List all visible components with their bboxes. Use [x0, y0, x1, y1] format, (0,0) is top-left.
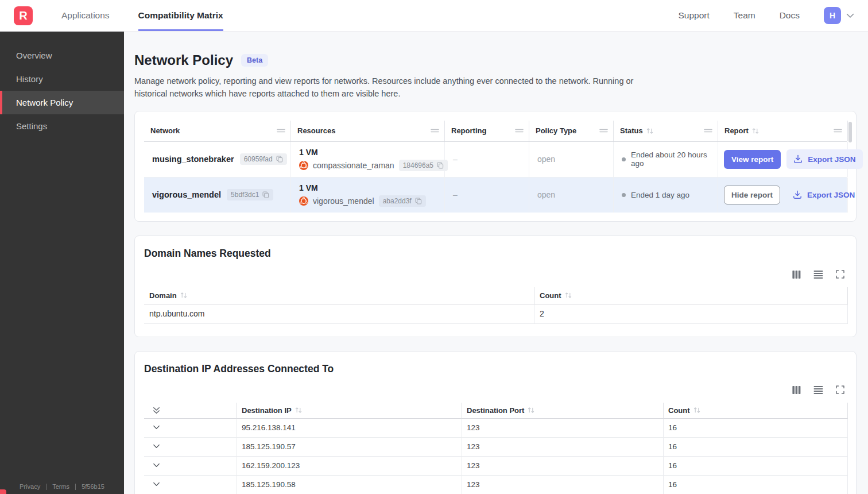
- column-header-reporting[interactable]: Reporting: [445, 121, 529, 141]
- column-drag-handle-icon[interactable]: [431, 129, 439, 133]
- status-cell: Ended about 20 hours ago: [614, 142, 718, 177]
- resource-id-badge[interactable]: 184696a5: [399, 160, 448, 171]
- reporting-value: –: [453, 190, 458, 199]
- version-label: 5f56b15: [82, 483, 104, 490]
- column-header-status[interactable]: Status: [614, 121, 718, 141]
- sidebar-item-overview[interactable]: Overview: [0, 44, 124, 67]
- columns-layout-icon[interactable]: [792, 385, 801, 395]
- expand-row-cell[interactable]: [144, 419, 237, 438]
- destination-port: 123: [462, 476, 664, 494]
- status-text: Ended 1 day ago: [631, 191, 689, 199]
- export-json-button[interactable]: Export JSON: [786, 149, 862, 169]
- divider: [75, 484, 76, 490]
- terms-link[interactable]: Terms: [52, 483, 69, 490]
- network-name: musing_stonebraker: [152, 155, 234, 164]
- view-report-button[interactable]: View report: [724, 150, 781, 169]
- column-header-report[interactable]: Report: [718, 121, 848, 141]
- download-icon: [793, 190, 802, 199]
- destination-ip: 185.125.190.57: [237, 438, 462, 457]
- expand-row-cell[interactable]: [144, 476, 237, 494]
- count-value: 16: [664, 419, 848, 438]
- bottom-left-accent: [0, 489, 6, 494]
- destination-row[interactable]: 185.125.190.57 123 16: [144, 438, 847, 457]
- domains-table: Domain Count ntp.ubuntu.com 2: [144, 287, 847, 324]
- column-drag-handle-icon[interactable]: [704, 129, 712, 133]
- copy-icon[interactable]: [276, 156, 283, 163]
- sort-icon[interactable]: [528, 407, 534, 414]
- column-drag-handle-icon[interactable]: [599, 129, 608, 133]
- column-header-destination-ip[interactable]: Destination IP: [237, 403, 462, 419]
- page-title: Network Policy: [134, 52, 233, 68]
- expand-row-cell[interactable]: [144, 457, 237, 476]
- hide-report-button[interactable]: Hide report: [724, 186, 780, 204]
- sidebar-item-settings[interactable]: Settings: [0, 114, 124, 138]
- destinations-card: Destination IP Addresses Connected To De…: [134, 351, 857, 494]
- column-drag-handle-icon[interactable]: [515, 129, 524, 133]
- destination-row[interactable]: 185.125.190.58 123 16: [144, 476, 847, 494]
- report-cell: View report Export JSON: [718, 142, 848, 177]
- avatar[interactable]: H: [824, 7, 841, 24]
- tab-compatibility-matrix[interactable]: Compatibility Matrix: [138, 0, 223, 31]
- column-header-policy-type[interactable]: Policy Type: [529, 121, 614, 141]
- destination-ip: 162.159.200.123: [237, 457, 462, 476]
- expand-all-header[interactable]: [144, 403, 237, 419]
- table-scrollbar[interactable]: [848, 122, 852, 142]
- destinations-table: Destination IP Destination Port Count 95…: [144, 403, 847, 494]
- fullscreen-icon[interactable]: [836, 270, 844, 279]
- column-header-network[interactable]: Network: [144, 121, 291, 141]
- copy-icon[interactable]: [437, 162, 444, 169]
- destination-row[interactable]: 162.159.200.123 123 16: [144, 457, 847, 476]
- domains-card-title: Domain Names Requested: [144, 248, 847, 260]
- user-menu[interactable]: H: [824, 7, 854, 24]
- domain-value: ntp.ubuntu.com: [144, 304, 534, 324]
- sort-icon[interactable]: [646, 128, 653, 134]
- sort-icon[interactable]: [295, 407, 302, 414]
- link-docs[interactable]: Docs: [780, 10, 800, 21]
- column-header-count[interactable]: Count: [534, 287, 848, 304]
- vm-count: 1 VM: [299, 148, 318, 157]
- link-team[interactable]: Team: [734, 10, 755, 21]
- network-id-badge[interactable]: 5bdf3dc1: [227, 189, 273, 200]
- network-row[interactable]: vigorous_mendel 5bdf3dc1 1 VM vigorous_m…: [144, 177, 847, 213]
- export-json-button[interactable]: Export JSON: [786, 185, 862, 204]
- sort-icon[interactable]: [752, 128, 759, 134]
- sidebar: Overview History Network Policy Settings…: [0, 32, 124, 494]
- column-drag-handle-icon[interactable]: [834, 129, 842, 133]
- destination-row[interactable]: 95.216.138.141 123 16: [144, 419, 847, 438]
- sort-icon[interactable]: [180, 292, 187, 299]
- column-header-resources[interactable]: Resources: [291, 121, 445, 141]
- sidebar-item-history[interactable]: History: [0, 67, 124, 91]
- vm-count: 1 VM: [299, 183, 318, 192]
- destination-port: 123: [462, 438, 664, 457]
- page-description: Manage network policy, reporting and vie…: [134, 75, 640, 101]
- rows-layout-icon[interactable]: [813, 270, 823, 279]
- rows-layout-icon[interactable]: [813, 385, 823, 395]
- expand-row-cell[interactable]: [144, 438, 237, 457]
- resource-id-badge[interactable]: aba2dd3f: [379, 195, 426, 207]
- column-header-destination-port[interactable]: Destination Port: [462, 403, 664, 419]
- fullscreen-icon[interactable]: [836, 385, 844, 394]
- privacy-link[interactable]: Privacy: [20, 483, 40, 490]
- column-drag-handle-icon[interactable]: [277, 129, 285, 133]
- chevron-down-icon: [846, 13, 854, 18]
- copy-icon[interactable]: [415, 198, 422, 204]
- domain-row[interactable]: ntp.ubuntu.com 2: [144, 304, 847, 324]
- expand-all-icon[interactable]: [153, 407, 160, 414]
- destination-ip: 95.216.138.141: [237, 419, 462, 438]
- column-header-count[interactable]: Count: [664, 403, 848, 419]
- resource-name: vigorous_mendel: [313, 196, 374, 206]
- sort-icon[interactable]: [693, 407, 700, 414]
- reporting-cell: –: [445, 177, 529, 213]
- link-support[interactable]: Support: [678, 10, 709, 21]
- network-id-badge[interactable]: 60959fad: [240, 153, 287, 165]
- count-value: 16: [664, 457, 848, 476]
- column-header-domain[interactable]: Domain: [144, 287, 534, 304]
- app-logo[interactable]: R: [14, 6, 33, 25]
- columns-layout-icon[interactable]: [792, 270, 801, 279]
- network-row[interactable]: musing_stonebraker 60959fad 1 VM compass…: [144, 142, 847, 177]
- top-navbar: R Applications Compatibility Matrix Supp…: [0, 0, 868, 32]
- sort-icon[interactable]: [565, 292, 572, 299]
- tab-applications[interactable]: Applications: [61, 0, 110, 31]
- sidebar-item-network-policy[interactable]: Network Policy: [0, 91, 124, 114]
- copy-icon[interactable]: [262, 191, 269, 198]
